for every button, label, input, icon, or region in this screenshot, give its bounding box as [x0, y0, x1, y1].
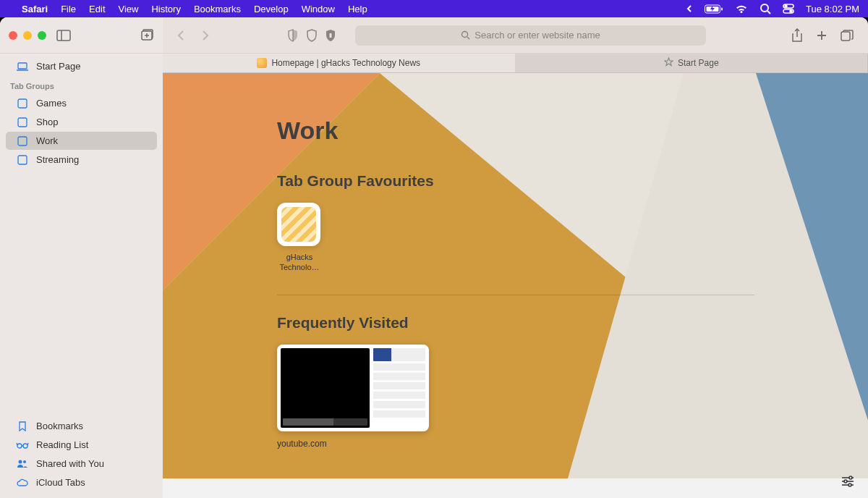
tab-start-page[interactable]: Start Page	[516, 54, 869, 72]
bookmark-icon	[16, 421, 29, 431]
page-title: Work	[277, 117, 868, 145]
svg-point-7	[785, 5, 787, 7]
spotlight-icon[interactable]	[760, 3, 771, 14]
battery-icon[interactable]	[705, 4, 723, 14]
favourite-label: gHacks Technolo…	[273, 252, 326, 273]
content-area: Homepage | gHacks Technology News Start …	[163, 54, 868, 498]
sidebar-start-page-label: Start Page	[36, 61, 80, 72]
menu-history[interactable]: History	[151, 4, 180, 14]
menu-help[interactable]: Help	[348, 4, 367, 14]
svg-point-39	[844, 480, 847, 483]
sidebar-reading-list-label: Reading List	[36, 439, 88, 450]
frequently-tile[interactable]: youtube.com	[277, 345, 429, 449]
macos-menubar: Safari File Edit View History Bookmarks …	[0, 0, 868, 17]
customize-start-page-icon[interactable]	[841, 475, 855, 488]
star-icon	[664, 57, 673, 69]
shield-filled-icon[interactable]	[325, 29, 336, 42]
window-toolbar: Search or enter website name	[0, 17, 868, 54]
control-center-icon[interactable]	[783, 4, 794, 14]
menubar-clock[interactable]: Tue 8:02 PM	[806, 4, 859, 14]
favourite-tile[interactable]: gHacks Technolo…	[277, 203, 322, 273]
sidebar-bottom: Bookmarks Reading List Shared with You i…	[0, 416, 163, 498]
sidebar-shared-label: Shared with You	[36, 458, 104, 469]
menu-view[interactable]: View	[119, 4, 139, 14]
new-tab-group-icon[interactable]	[140, 29, 154, 42]
sidebar-group-label: Games	[36, 98, 67, 109]
sidebar-bookmarks[interactable]: Bookmarks	[6, 417, 157, 435]
tab-ghacks[interactable]: Homepage | gHacks Technology News	[163, 54, 516, 72]
sidebar-group-work[interactable]: Work	[6, 132, 157, 150]
people-icon	[16, 460, 29, 468]
menu-window[interactable]: Window	[302, 4, 335, 14]
menubar-right: Tue 8:02 PM	[686, 3, 859, 14]
sidebar-group-label: Streaming	[36, 154, 79, 165]
window-minimize-button[interactable]	[23, 31, 32, 40]
svg-rect-25	[18, 156, 27, 164]
menu-file[interactable]: File	[61, 4, 76, 14]
ghacks-favicon-icon	[257, 58, 267, 68]
window-body: Start Page Tab Groups Games Shop Work	[0, 54, 868, 498]
sidebar-group-label: Work	[36, 135, 58, 146]
glasses-icon	[16, 442, 29, 449]
window-maximize-button[interactable]	[38, 31, 46, 40]
menu-bookmarks[interactable]: Bookmarks	[194, 4, 241, 14]
svg-point-15	[462, 32, 468, 38]
share-icon[interactable]	[791, 28, 803, 43]
start-page: Work Tab Group Favourites gHacks Technol…	[163, 73, 868, 498]
square-icon	[16, 98, 29, 109]
svg-point-28	[19, 460, 22, 463]
svg-rect-24	[18, 137, 27, 145]
sidebar-shared[interactable]: Shared with You	[6, 455, 157, 473]
url-placeholder: Search or enter website name	[475, 30, 600, 41]
app-name[interactable]: Safari	[22, 4, 48, 14]
cloud-icon	[16, 478, 29, 486]
menu-edit[interactable]: Edit	[89, 4, 105, 14]
url-bar[interactable]: Search or enter website name	[355, 25, 706, 46]
svg-point-27	[23, 444, 27, 448]
frequently-heading: Frequently Visited	[277, 314, 868, 332]
search-icon	[461, 30, 470, 40]
section-divider	[277, 295, 754, 295]
menu-develop[interactable]: Develop	[254, 4, 289, 14]
svg-line-16	[467, 37, 469, 39]
square-icon	[16, 155, 29, 165]
sidebar-toggle-icon[interactable]	[56, 30, 71, 41]
wifi-icon[interactable]	[735, 4, 748, 14]
safari-window: Search or enter website name Start Page …	[0, 17, 868, 498]
tab-bar: Homepage | gHacks Technology News Start …	[163, 54, 868, 73]
svg-rect-20	[18, 63, 27, 69]
chevron-left-icon[interactable]	[686, 4, 693, 13]
shield-outline-icon[interactable]	[306, 29, 318, 42]
start-page-content: Work Tab Group Favourites gHacks Technol…	[163, 73, 868, 449]
square-icon	[16, 136, 29, 146]
window-close-button[interactable]	[9, 31, 17, 40]
sidebar: Start Page Tab Groups Games Shop Work	[0, 54, 163, 498]
sidebar-start-page[interactable]: Start Page	[6, 57, 157, 75]
frequently-thumbnail	[277, 345, 429, 431]
tab-label: Start Page	[678, 58, 719, 68]
tab-label: Homepage | gHacks Technology News	[271, 58, 420, 68]
sidebar-group-shop[interactable]: Shop	[6, 113, 157, 131]
menubar-left: Safari File Edit View History Bookmarks …	[9, 4, 367, 14]
tab-overview-icon[interactable]	[841, 28, 854, 43]
privacy-icons	[287, 29, 336, 42]
sidebar-group-games[interactable]: Games	[6, 94, 157, 112]
frequently-label: youtube.com	[277, 439, 429, 449]
favourite-icon	[277, 203, 320, 246]
forward-button[interactable]	[197, 27, 213, 44]
youtube-player-preview	[281, 348, 370, 428]
favourites-heading: Tab Group Favourites	[277, 172, 868, 190]
youtube-side-preview	[373, 348, 425, 428]
shield-half-icon[interactable]	[287, 29, 299, 42]
back-button[interactable]	[173, 27, 189, 44]
sidebar-reading-list[interactable]: Reading List	[6, 436, 157, 454]
svg-point-38	[849, 476, 852, 479]
square-icon	[16, 117, 29, 127]
new-tab-icon[interactable]	[816, 28, 827, 43]
sidebar-icloud[interactable]: iCloud Tabs	[6, 473, 157, 491]
svg-point-8	[790, 10, 792, 12]
svg-point-29	[23, 460, 26, 463]
toolbar-left	[0, 17, 163, 53]
sidebar-group-streaming[interactable]: Streaming	[6, 151, 157, 169]
svg-rect-2	[721, 7, 723, 10]
